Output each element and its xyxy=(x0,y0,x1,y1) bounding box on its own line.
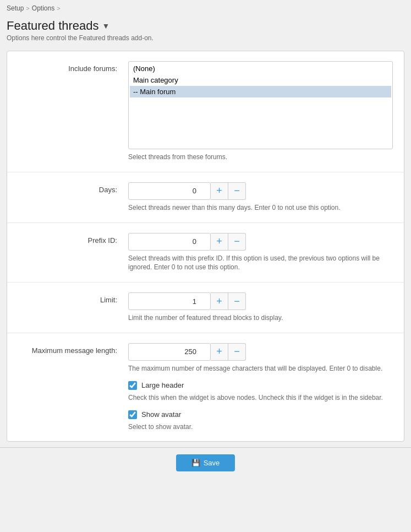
limit-input-row: + − xyxy=(128,292,393,310)
show-avatar-hint: Select to show avatar. xyxy=(128,422,393,432)
max-message-length-label: Maximum message length: xyxy=(18,343,128,355)
days-plus-button[interactable]: + xyxy=(211,182,228,200)
large-header-checkbox[interactable] xyxy=(128,381,137,390)
days-input-row: + − xyxy=(128,182,393,200)
prefix-id-plus-button[interactable]: + xyxy=(211,233,228,251)
include-forums-hint: Select threads from these forums. xyxy=(128,153,393,162)
page-title-text: Featured threads xyxy=(7,19,99,33)
days-hint: Select threads newer than this many days… xyxy=(128,203,393,213)
max-message-length-content: + − The maximum number of message charac… xyxy=(128,343,393,431)
option-main-forum: -- Main forum xyxy=(130,86,391,97)
save-button-label: Save xyxy=(204,459,220,467)
include-forums-label: Include forums: xyxy=(18,61,128,73)
prefix-id-content: + − Select threads with this prefix ID. … xyxy=(128,233,393,273)
breadcrumb-setup[interactable]: Setup xyxy=(7,4,24,12)
limit-plus-button[interactable]: + xyxy=(211,292,228,310)
include-forums-content: (None) Main category -- Main forum Selec… xyxy=(128,61,393,162)
large-header-checkbox-row: Large header xyxy=(128,381,393,390)
max-msg-input[interactable] xyxy=(128,343,211,361)
limit-minus-button[interactable]: − xyxy=(228,292,246,310)
breadcrumb-sep-2: > xyxy=(57,5,60,12)
days-row: Days: + − Select threads newer than this… xyxy=(7,172,404,223)
breadcrumb: Setup > Options > xyxy=(0,0,411,17)
limit-hint: Limit the number of featured thread bloc… xyxy=(128,313,393,323)
save-button[interactable]: 💾 Save xyxy=(176,454,235,471)
max-msg-minus-button[interactable]: − xyxy=(228,343,246,361)
include-forums-select[interactable]: (None) Main category -- Main forum xyxy=(128,61,393,149)
large-header-label[interactable]: Large header xyxy=(141,381,184,389)
days-content: + − Select threads newer than this many … xyxy=(128,182,393,213)
max-message-length-row: Maximum message length: + − The maximum … xyxy=(7,333,404,441)
limit-label: Limit: xyxy=(18,292,128,304)
max-msg-hint: The maximum number of message characters… xyxy=(128,364,393,373)
title-dropdown-arrow[interactable]: ▼ xyxy=(102,21,110,30)
options-form: Include forums: (None) Main category -- … xyxy=(7,51,404,442)
page-title: Featured threads ▼ xyxy=(7,19,404,33)
prefix-id-row: Prefix ID: + − Select threads with this … xyxy=(7,223,404,283)
option-none: (None) xyxy=(130,63,391,74)
page-subtitle: Options here control the Featured thread… xyxy=(7,34,404,42)
prefix-id-input-row: + − xyxy=(128,233,393,251)
prefix-id-hint: Select threads with this prefix ID. If t… xyxy=(128,254,393,273)
prefix-id-input[interactable] xyxy=(128,233,211,251)
prefix-id-label: Prefix ID: xyxy=(18,233,128,245)
show-avatar-label[interactable]: Show avatar xyxy=(141,410,181,419)
limit-input[interactable] xyxy=(128,292,211,310)
save-icon: 💾 xyxy=(191,459,200,467)
limit-row: Limit: + − Limit the number of featured … xyxy=(7,283,404,333)
prefix-id-minus-button[interactable]: − xyxy=(228,233,246,251)
show-avatar-checkbox-row: Show avatar xyxy=(128,410,393,419)
max-msg-input-row: + − xyxy=(128,343,393,361)
days-minus-button[interactable]: − xyxy=(228,182,246,200)
footer-bar: 💾 Save xyxy=(0,447,411,478)
show-avatar-checkbox[interactable] xyxy=(128,410,137,419)
max-msg-plus-button[interactable]: + xyxy=(211,343,228,361)
large-header-hint: Check this when the widget is above node… xyxy=(128,393,393,403)
limit-content: + − Limit the number of featured thread … xyxy=(128,292,393,323)
days-input[interactable] xyxy=(128,182,211,200)
option-main-category: Main category xyxy=(130,74,391,86)
breadcrumb-options[interactable]: Options xyxy=(32,4,54,12)
page-header: Featured threads ▼ Options here control … xyxy=(0,17,411,45)
breadcrumb-sep-1: > xyxy=(26,5,29,12)
include-forums-row: Include forums: (None) Main category -- … xyxy=(7,51,404,172)
days-label: Days: xyxy=(18,182,128,194)
